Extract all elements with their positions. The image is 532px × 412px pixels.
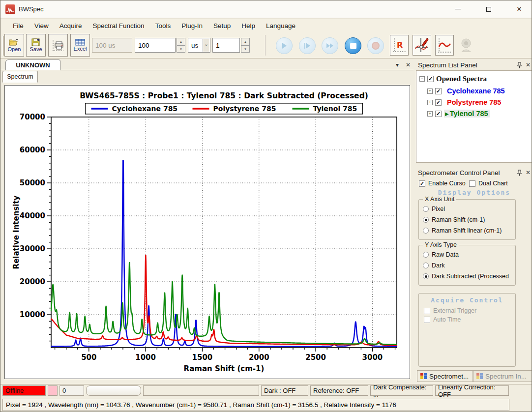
y-axis-type-group: Y Axis Type Raw Data Dark Dark Subtracte…: [418, 245, 516, 286]
radio-raw-data[interactable]: Raw Data: [423, 251, 459, 258]
dual-chart-checkbox[interactable]: Dual Chart: [469, 180, 508, 187]
edit-chart-pencil-icon: [414, 37, 429, 54]
radio-icon[interactable]: [423, 228, 429, 234]
radio-dark[interactable]: Dark: [423, 262, 444, 269]
excel-label: Excel: [74, 46, 87, 52]
menu-spectral-function[interactable]: Spectral Function: [88, 19, 150, 33]
spectrometer-control-panel-title: Spectrometer Control Panel: [418, 169, 500, 177]
svg-text:BWS465-785S : Probe1 : Tylenol: BWS465-785S : Probe1 : Tylenol 785 : Dar…: [80, 91, 368, 100]
save-floppy-icon: [31, 38, 40, 46]
save-button[interactable]: Save: [26, 34, 46, 57]
tab-list-dropdown[interactable]: ▾: [396, 61, 399, 68]
radio-icon[interactable]: [423, 252, 429, 258]
expand-icon[interactable]: +: [427, 100, 433, 105]
radio-dark-subtracted[interactable]: Dark Subtracted (Processed: [423, 273, 509, 280]
menu-language[interactable]: Language: [261, 19, 301, 33]
chevron-down-icon: ▾: [396, 61, 399, 68]
tab-close-button[interactable]: ✕: [406, 61, 411, 68]
chevron-down-icon[interactable]: ˅: [203, 39, 209, 52]
spectrum-list-panel-title: Spectrum List Panel: [418, 61, 477, 69]
edit-spectrum-button[interactable]: [413, 35, 431, 56]
checkbox-checked[interactable]: ✓: [419, 180, 425, 187]
maximize-button[interactable]: [476, 0, 501, 18]
selected-item-highlight[interactable]: ▶ Tylenol 785: [444, 110, 490, 118]
reference-status: Reference: OFF: [310, 385, 368, 396]
expand-icon[interactable]: +: [427, 88, 433, 94]
tree-item-label[interactable]: Polystyrene 785: [444, 98, 501, 106]
print-button[interactable]: [48, 34, 68, 57]
radio-selected-icon[interactable]: [423, 273, 429, 279]
root-checkbox[interactable]: ✓: [427, 76, 434, 82]
pin-button[interactable]: [515, 169, 524, 177]
pin-button[interactable]: [515, 61, 524, 69]
radio-pixel[interactable]: Pixel: [423, 206, 445, 212]
play-step-icon: [304, 42, 311, 49]
spectrum-chart[interactable]: 5001000150020002500300010000200003000040…: [4, 85, 410, 379]
svg-text:Polystyrene 785: Polystyrene 785: [213, 105, 276, 113]
open-folder-icon: [9, 38, 20, 46]
close-button[interactable]: ✕: [507, 0, 532, 18]
tree-item-cyclohexane[interactable]: + ✓ Cyclohexane 785: [427, 87, 505, 95]
radio-raman-shift[interactable]: Raman Shift (cm-1): [423, 216, 485, 223]
menu-bar: File View Acquire Spectral Function Tool…: [0, 18, 532, 33]
enable-cursor-checkbox[interactable]: ✓ Enable Curso: [419, 180, 466, 187]
radio-raman-shift-linear[interactable]: Raman Shift linear (cm-1): [423, 227, 502, 234]
menu-help[interactable]: Help: [236, 19, 261, 33]
panel-close-button[interactable]: ✕: [524, 61, 532, 69]
integration-time-stepper[interactable]: ▲▼: [177, 38, 185, 53]
radio-selected-icon[interactable]: [423, 217, 429, 223]
item-checkbox[interactable]: ✓: [435, 99, 442, 106]
open-button[interactable]: Open: [4, 34, 24, 57]
menu-tools[interactable]: Tools: [150, 19, 177, 33]
tree-item-polystyrene[interactable]: + ✓ Polystyrene 785: [427, 98, 501, 106]
tree-item-tylenol[interactable]: + ✓ ▶ Tylenol 785: [427, 110, 490, 118]
tree-root-row[interactable]: − ✓ Opened Spectra: [419, 75, 487, 83]
auto-time-checkbox: Auto Time: [424, 316, 461, 323]
pin-icon: [517, 170, 522, 176]
spectrum-chart-svg[interactable]: 5001000150020002500300010000200003000040…: [5, 86, 410, 379]
status-color-indicator: [48, 385, 58, 396]
acquire-once-button: [276, 37, 293, 54]
tree-item-label[interactable]: Cyclohexane 785: [444, 87, 505, 95]
excel-export-button[interactable]: Excel: [70, 34, 90, 57]
radio-icon[interactable]: [423, 206, 429, 212]
radio-icon[interactable]: [423, 263, 429, 268]
tab-unknown[interactable]: UNKNOWN: [5, 59, 60, 70]
smoothing-button[interactable]: [435, 35, 454, 56]
spin-down-icon[interactable]: ▼: [177, 45, 185, 53]
time-unit-value: us: [191, 42, 198, 49]
item-checkbox[interactable]: ✓: [435, 88, 442, 94]
tree-root-label[interactable]: Opened Spectra: [436, 75, 487, 83]
menu-file[interactable]: File: [7, 19, 29, 33]
menu-setup[interactable]: Setup: [208, 19, 236, 33]
menu-acquire[interactable]: Acquire: [54, 19, 88, 33]
rescale-button[interactable]: R: [390, 35, 409, 56]
average-count-input[interactable]: [212, 38, 240, 53]
svg-text:Raman Shift (cm-1): Raman Shift (cm-1): [184, 364, 265, 373]
close-icon: ✕: [526, 169, 531, 176]
record-button: [367, 37, 384, 54]
time-unit-select[interactable]: us ˅: [188, 38, 210, 53]
menu-plugin[interactable]: Plug-In: [176, 19, 208, 33]
panel-close-button[interactable]: ✕: [524, 169, 532, 177]
cursor-readout: Pixel = 1924 , Wavelength (nm) = 1043.76…: [2, 399, 509, 411]
average-count-stepper[interactable]: ▲▼: [241, 38, 250, 53]
integration-time-input[interactable]: [135, 38, 176, 53]
tab-spectrometer-panel[interactable]: Spectromet...: [417, 370, 473, 382]
tab-spectrum-info-panel[interactable]: Spectrum In...: [473, 370, 532, 382]
minimize-button[interactable]: [445, 0, 470, 18]
spin-down-icon[interactable]: ▼: [241, 45, 250, 53]
tab-spectrum-label: Spectrum: [7, 73, 33, 80]
tree-item-label[interactable]: Tylenol 785: [450, 110, 488, 118]
item-checkbox[interactable]: ✓: [435, 111, 442, 117]
menu-view[interactable]: View: [29, 19, 54, 33]
check-icon: ✓: [436, 111, 441, 117]
spin-up-icon[interactable]: ▲: [241, 38, 250, 45]
spin-up-icon[interactable]: ▲: [177, 38, 185, 45]
stop-button[interactable]: [345, 37, 361, 54]
collapse-icon[interactable]: −: [419, 76, 425, 82]
connection-status-badge: Offline: [2, 385, 46, 396]
checkbox-unchecked[interactable]: [469, 180, 475, 187]
tab-spectrum[interactable]: Spectrum: [2, 71, 38, 83]
expand-icon[interactable]: +: [427, 111, 433, 117]
